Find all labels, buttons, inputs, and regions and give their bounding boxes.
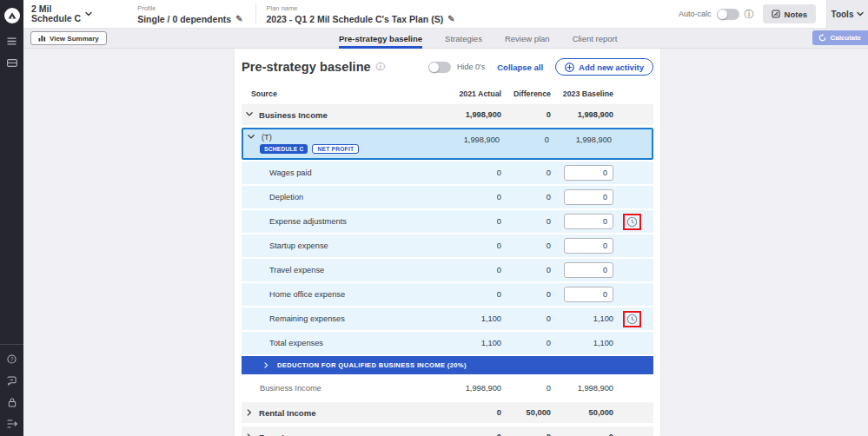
depletion-input[interactable] [564, 189, 613, 205]
edit-profile-icon[interactable]: ✎ [235, 14, 242, 23]
bar-chart-icon [38, 35, 46, 42]
chevron-right-icon[interactable] [263, 362, 269, 368]
tab-client-report[interactable]: Client report [573, 29, 618, 49]
svg-text:?: ? [10, 355, 14, 361]
detail-row-wages-paid[interactable]: Wages paid00 [242, 162, 653, 184]
section-row-farm-income[interactable]: Farm Income000 [242, 426, 653, 436]
detail-row-depletion[interactable]: Depletion00 [242, 186, 653, 208]
history-icon[interactable] [626, 314, 638, 325]
annotation-highlight-box [623, 311, 641, 327]
cell-value: 0 [501, 168, 551, 177]
selected-row-t[interactable]: (T)SCHEDULE CNET PROFIT1,998,90001,998,9… [242, 128, 653, 160]
row-label: Rental Income [259, 408, 316, 418]
expense-adjustments-input[interactable] [564, 214, 613, 229]
detail-row-expense-adjustments[interactable]: Expense adjustments00 [242, 210, 653, 233]
chevron-down-icon[interactable] [248, 134, 255, 141]
banner-label: DEDUCTION FOR QUALIFIED BUSINESS INCOME … [277, 361, 467, 369]
cell-value: 1,998,900 [432, 110, 501, 119]
notes-button[interactable]: Notes [763, 4, 816, 23]
cell-value: 1,998,900 [551, 384, 613, 393]
content-area: Pre-strategy baseline ⓘ Hide 0's Collaps… [23, 49, 868, 436]
cell-value: 0 [501, 266, 551, 274]
cell-value: 1,998,900 [549, 129, 612, 144]
cell-value: 0 [501, 241, 551, 250]
cell-value: 0 [432, 217, 501, 226]
cell-value: 0 [432, 241, 501, 250]
sign-out-icon[interactable] [7, 419, 17, 429]
auto-calc-label: Auto-calc [679, 10, 712, 18]
hide-zeros-toggle[interactable] [428, 62, 451, 73]
annotation-highlight-box [623, 214, 641, 230]
help-icon[interactable]: ? [7, 353, 17, 364]
profile-value: Single / 0 dependents [137, 14, 231, 24]
wages-paid-input[interactable] [564, 165, 613, 181]
row-label: (T) [262, 133, 272, 142]
cell-value: 0 [501, 193, 551, 201]
menu-icon[interactable] [7, 36, 17, 46]
plan-name-label: Plan name [267, 4, 455, 12]
tab-strategies[interactable]: Strategies [445, 29, 482, 49]
view-summary-button[interactable]: View Summary [30, 31, 107, 45]
cell-value: 0 [500, 129, 549, 144]
travel-expense-input[interactable] [564, 262, 613, 278]
banner-row-qbi-deduction[interactable]: DEDUCTION FOR QUALIFIED BUSINESS INCOME … [242, 356, 653, 374]
net-profit-badge: NET PROFIT [312, 144, 359, 154]
auto-calc-toggle[interactable] [717, 9, 739, 20]
row-label: Remaining expenses [242, 314, 432, 323]
section-row-rental-income[interactable]: Rental Income050,00050,000 [242, 402, 653, 423]
tools-button[interactable]: Tools [826, 0, 868, 29]
page-title: Pre-strategy baseline [242, 60, 371, 74]
tab-pre-strategy-baseline[interactable]: Pre-strategy baseline [339, 29, 422, 49]
chevron-down-icon [85, 11, 92, 17]
sidebar-divider [0, 344, 23, 345]
detail-row-total-expenses[interactable]: Total expenses1,10001,100 [242, 332, 653, 354]
row-label: Business Income [259, 110, 328, 120]
cell-value: 50,000 [501, 408, 551, 417]
detail-row-remaining-expenses[interactable]: Remaining expenses1,10001,100 [242, 307, 653, 330]
cell-value: 0 [501, 384, 551, 393]
card-icon[interactable] [7, 57, 17, 68]
column-header-difference: Difference [501, 89, 551, 98]
cell-value: 0 [501, 217, 551, 226]
detail-row-travel-expense[interactable]: Travel expense00 [242, 259, 653, 281]
lock-icon[interactable] [7, 397, 17, 407]
cell-value: 1,100 [551, 339, 613, 347]
column-header-source: Source [242, 89, 432, 98]
app-window: ? 2 Mil Schedule C Profile Single / 0 de… [0, 0, 868, 436]
startup-expense-input[interactable] [564, 238, 613, 254]
notes-icon [772, 10, 780, 18]
cell-value: 1,100 [432, 314, 501, 323]
baseline-table: Business Income1,998,90001,998,900(T)SCH… [242, 104, 653, 436]
profile-field: Profile Single / 0 dependents ✎ [137, 4, 242, 24]
cell-value: 1,998,900 [430, 129, 500, 144]
chevron-right-icon[interactable] [246, 409, 253, 416]
cell-value: 0 [432, 408, 501, 417]
row-label: Total expenses [242, 339, 432, 347]
cell-value: 1,998,900 [551, 110, 613, 119]
detail-row-home-office-expense[interactable]: Home office expense00 [242, 283, 653, 306]
summary-row-business-income: Business Income1,998,90001,998,900 [242, 376, 653, 400]
sidebar: ? [0, 0, 23, 436]
auto-calc-info-icon[interactable]: ⓘ [745, 8, 754, 21]
row-label: Home office expense [242, 290, 432, 299]
feedback-icon[interactable] [7, 375, 17, 386]
tab-review-plan[interactable]: Review plan [505, 29, 550, 49]
title-info-icon[interactable]: ⓘ [376, 61, 385, 73]
column-header-2023-baseline: 2023 Baseline [551, 89, 613, 98]
client-selector[interactable]: 2 Mil Schedule C [31, 4, 92, 24]
cell-value: 0 [432, 193, 501, 201]
edit-plan-name-icon[interactable]: ✎ [447, 14, 454, 23]
cell-value: 0 [432, 266, 501, 274]
cell-value: 0 [432, 433, 501, 436]
calculate-button[interactable]: Calculate [812, 30, 868, 45]
table-column-headers: Source 2021 Actual Difference 2023 Basel… [242, 83, 653, 104]
chevron-down-icon[interactable] [246, 111, 253, 118]
add-new-activity-button[interactable]: Add new activity [555, 58, 653, 76]
collapse-all-link[interactable]: Collapse all [497, 63, 543, 72]
section-row-business-income[interactable]: Business Income1,998,90001,998,900 [242, 104, 653, 125]
detail-row-startup-expense[interactable]: Startup expense00 [242, 235, 653, 257]
app-logo-icon[interactable] [4, 8, 20, 23]
history-icon[interactable] [626, 216, 638, 228]
cell-value: 0 [501, 110, 551, 119]
home-office-expense-input[interactable] [564, 287, 613, 302]
